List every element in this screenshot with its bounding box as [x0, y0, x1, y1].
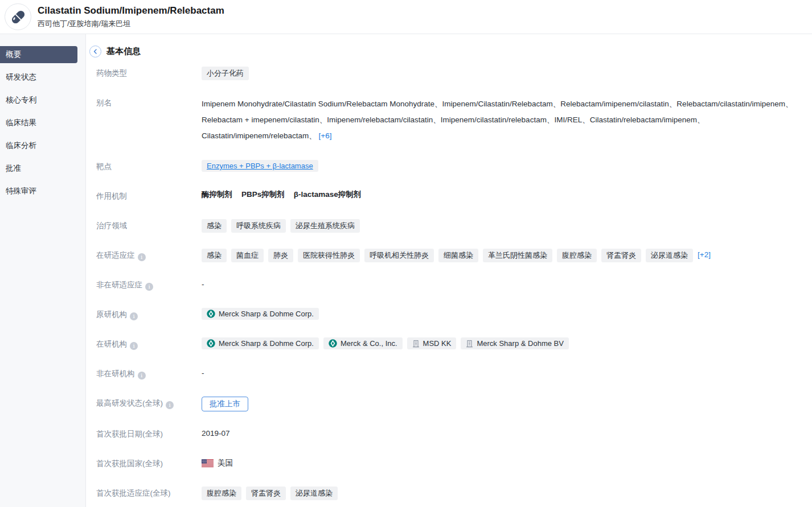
org-tag[interactable]: Merck Sharp & Dohme Corp. [202, 308, 319, 320]
sidebar-item-0[interactable]: 概要 [0, 46, 77, 63]
field-row-active-orgs: 在研机构iMerck Sharp & Dohme Corp.Merck & Co… [96, 337, 812, 351]
field-value-active-orgs: Merck Sharp & Dohme Corp.Merck & Co., In… [202, 337, 812, 351]
building-icon [466, 340, 473, 348]
field-row-therapeutic-areas: 治疗领域感染呼吸系统疾病泌尿生殖系统疾病 [96, 219, 812, 233]
field-value-active-indications: 感染菌血症肺炎医院获得性肺炎呼吸机相关性肺炎细菌感染革兰氏阴性菌感染腹腔感染肾盂… [202, 249, 812, 262]
info-icon[interactable]: i [130, 342, 138, 350]
field-text-value: - [202, 367, 204, 377]
field-label-first-approval-indications: 首次获批适应症(全球) [96, 487, 202, 500]
tag[interactable]: 肺炎 [268, 249, 293, 262]
alias-text: Imipenem Monohydrate/Cilastatin Sodium/R… [202, 96, 803, 144]
drug-avatar [5, 3, 31, 30]
basic-info-list: 药物类型小分子化药别名Imipenem Monohydrate/Cilastat… [96, 67, 812, 500]
field-label-text: 作用机制 [96, 192, 127, 200]
tag[interactable]: 泌尿道感染 [646, 249, 693, 262]
info-icon[interactable]: i [130, 312, 138, 320]
field-label-text: 药物类型 [96, 69, 127, 77]
field-row-first-approval-country: 首次获批国家(全球)美国 [96, 457, 812, 471]
field-label-inactive-orgs: 非在研机构i [96, 367, 202, 381]
info-icon[interactable]: i [145, 283, 153, 291]
field-row-active-indications: 在研适应症i感染菌血症肺炎医院获得性肺炎呼吸机相关性肺炎细菌感染革兰氏阴性菌感染… [96, 249, 812, 262]
field-label-text: 靶点 [96, 162, 112, 171]
sidebar-item-1[interactable]: 研发状态 [0, 69, 85, 86]
field-label-aliases: 别名 [96, 96, 202, 144]
org-tag[interactable]: Merck Sharp & Dohme Corp. [202, 337, 319, 349]
tag[interactable]: 肾盂肾炎 [601, 249, 641, 262]
org-tag[interactable]: Merck Sharp & Dohme BV [461, 337, 568, 349]
field-label-active-orgs: 在研机构i [96, 337, 202, 351]
org-name: Merck Sharp & Dohme Corp. [219, 310, 314, 318]
field-label-text: 别名 [96, 98, 112, 107]
field-value-therapeutic-areas: 感染呼吸系统疾病泌尿生殖系统疾病 [202, 219, 812, 233]
chevron-left-icon [93, 49, 98, 54]
field-label-text: 原研机构 [96, 310, 127, 319]
field-text-value: 2019-07 [202, 427, 230, 438]
content-panel: 基本信息 药物类型小分子化药别名Imipenem Monohydrate/Cil… [86, 34, 812, 507]
field-value-first-approval-country: 美国 [202, 457, 812, 471]
field-row-inactive-orgs: 非在研机构i- [96, 367, 812, 381]
field-label-inactive-indications: 非在研适应症i [96, 278, 202, 292]
field-value-aliases: Imipenem Monohydrate/Cilastatin Sodium/R… [202, 96, 812, 144]
info-icon[interactable]: i [166, 401, 174, 409]
field-label-drug-type: 药物类型 [96, 67, 202, 80]
field-row-first-approval-indications: 首次获批适应症(全球)腹腔感染肾盂肾炎泌尿道感染 [96, 487, 812, 500]
section-title: 基本信息 [106, 46, 141, 57]
tag[interactable]: 感染 [202, 249, 227, 262]
field-label-highest-status: 最高研发状态(全球)i [96, 397, 202, 411]
org-tag[interactable]: Merck & Co., Inc. [323, 337, 403, 349]
country-value: 美国 [202, 457, 233, 468]
tag[interactable]: 感染 [202, 219, 227, 233]
sidebar-item-2[interactable]: 核心专利 [0, 92, 85, 109]
drug-title-block: Cilastatin Sodium/Imipenem/Relebactam 西司… [38, 5, 224, 28]
org-name: Merck & Co., Inc. [341, 339, 397, 348]
sidebar-item-3[interactable]: 临床结果 [0, 114, 85, 131]
field-label-first-approval-date: 首次获批日期(全球) [96, 427, 202, 441]
show-more-link[interactable]: [+2] [698, 249, 711, 259]
field-label-text: 治疗领域 [96, 221, 127, 230]
tag[interactable]: 腹腔感染 [202, 487, 241, 500]
show-more-link[interactable]: [+6] [319, 131, 332, 140]
us-flag-icon [202, 459, 214, 467]
tag[interactable]: 肾盂肾炎 [246, 487, 286, 500]
status-badge[interactable]: 批准上市 [202, 397, 248, 411]
info-icon[interactable]: i [138, 372, 146, 380]
mechanism-item: 酶抑制剂 [202, 190, 232, 199]
org-name: MSD KK [423, 339, 452, 348]
sidebar-item-5[interactable]: 批准 [0, 160, 85, 177]
info-icon[interactable]: i [138, 253, 146, 261]
field-value-inactive-orgs: - [202, 367, 812, 381]
main-layout: 概要研发状态核心专利临床结果临床分析批准特殊审评 基本信息 药物类型小分子化药别… [0, 34, 812, 507]
tag[interactable]: 呼吸系统疾病 [231, 219, 286, 233]
merck-logo-icon [207, 339, 215, 348]
sidebar-item-4[interactable]: 临床分析 [0, 137, 85, 154]
field-label-first-approval-country: 首次获批国家(全球) [96, 457, 202, 471]
field-label-active-indications: 在研适应症i [96, 249, 202, 262]
tag[interactable]: 呼吸机相关性肺炎 [364, 249, 434, 262]
tag[interactable]: 腹腔感染 [557, 249, 597, 262]
target-tag[interactable]: Enzymes + PBPs + β-lactamase [202, 160, 318, 172]
field-label-target: 靶点 [96, 160, 202, 174]
field-value-target: Enzymes + PBPs + β-lactamase [202, 160, 812, 174]
target-link[interactable]: Enzymes + PBPs + β-lactamase [207, 162, 313, 170]
field-row-highest-status: 最高研发状态(全球)i批准上市 [96, 397, 812, 411]
field-row-drug-type: 药物类型小分子化药 [96, 67, 812, 80]
collapse-sidebar-button[interactable] [89, 46, 101, 57]
field-label-text: 非在研机构 [96, 369, 135, 378]
tag: 小分子化药 [202, 67, 249, 80]
tag[interactable]: 细菌感染 [438, 249, 478, 262]
org-tag[interactable]: MSD KK [407, 337, 457, 349]
tag[interactable]: 泌尿生殖系统疾病 [290, 219, 360, 233]
sidebar-item-6[interactable]: 特殊审评 [0, 183, 85, 200]
field-label-text: 在研机构 [96, 340, 127, 348]
page-subtitle: 西司他丁/亚胺培南/瑞来巴坦 [38, 19, 224, 29]
field-row-first-approval-date: 首次获批日期(全球)2019-07 [96, 427, 812, 441]
org-name: Merck Sharp & Dohme BV [477, 339, 563, 348]
tag[interactable]: 革兰氏阴性菌感染 [483, 249, 552, 262]
tag[interactable]: 泌尿道感染 [290, 487, 338, 500]
field-value-moa: 酶抑制剂PBPs抑制剂β-lactamase抑制剂 [202, 189, 812, 203]
field-value-originator-org: Merck Sharp & Dohme Corp. [202, 308, 812, 321]
field-label-text: 非在研适应症 [96, 281, 142, 289]
tag[interactable]: 医院获得性肺炎 [298, 249, 360, 262]
section-header: 基本信息 [96, 46, 812, 57]
tag[interactable]: 菌血症 [231, 249, 264, 262]
